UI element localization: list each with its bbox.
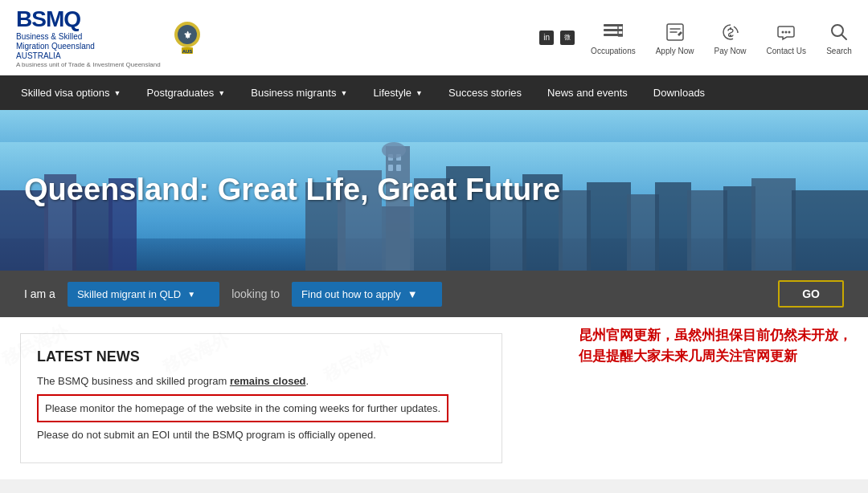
apply-now-icon	[662, 19, 688, 45]
hero-title: Queensland: Great Life, Great Future	[0, 156, 584, 225]
news-line-3: Please do not submit an EOI until the BS…	[37, 427, 485, 443]
unit-text: A business unit of Trade & Investment Qu…	[16, 61, 161, 68]
migrant-type-select[interactable]: Skilled migrant in QLD ▼	[68, 282, 219, 307]
nav-skilled-visa[interactable]: Skilled visa options ▼	[8, 75, 133, 110]
content-area: 移民海外 移民海外 移民海外 LATEST NEWS The BSMQ busi…	[0, 317, 868, 479]
weibo-icon[interactable]: 微	[560, 31, 575, 45]
business-line1: Business & Skilled Migration Queensland …	[16, 32, 161, 61]
apply-now-label: Apply Now	[656, 47, 694, 55]
svg-rect-37	[687, 190, 727, 271]
pay-now-button[interactable]: Pay Now	[714, 19, 747, 55]
social-icons: in 微	[539, 31, 575, 45]
nav-lifestyle[interactable]: Lifestyle ▼	[360, 75, 436, 110]
nav-business-migrants[interactable]: Business migrants ▼	[238, 75, 360, 110]
apply-now-button[interactable]: Apply Now	[656, 19, 694, 55]
coat-of-arms-icon: ⚜ AUS	[170, 18, 204, 57]
search-button[interactable]: Search	[826, 19, 852, 55]
dropdown-caret-icon: ▼	[218, 89, 225, 97]
dropdown-caret-icon: ▼	[416, 89, 423, 97]
svg-point-10	[782, 31, 784, 34]
nav-news-events[interactable]: News and events	[534, 75, 641, 110]
select-caret-icon-2: ▼	[407, 288, 418, 300]
svg-rect-36	[655, 182, 691, 271]
latest-news-box: LATEST NEWS The BSMQ business and skille…	[20, 333, 502, 463]
annotation-line-2: 但是提醒大家未来几周关注官网更新	[579, 346, 852, 367]
occupations-label: Occupations	[591, 47, 636, 55]
hero-section: Queensland: Great Life, Great Future	[0, 110, 868, 271]
svg-point-11	[785, 31, 788, 34]
news-line-1: The BSMQ business and skilled program re…	[37, 373, 485, 389]
linkedin-icon[interactable]: in	[539, 31, 554, 45]
nav-success-stories[interactable]: Success stories	[436, 75, 534, 110]
nav-postgraduates[interactable]: Postgraduates ▼	[133, 75, 238, 110]
bsmq-logo-text: BSMQ	[16, 6, 161, 32]
looking-to-label: looking to	[231, 287, 280, 300]
logo-bsmq: BSMQ Business & Skilled Migration Queens…	[16, 6, 161, 68]
contact-us-icon	[773, 19, 799, 45]
news-highlight-box: Please monitor the homepage of the websi…	[37, 394, 448, 423]
contact-us-button[interactable]: Contact Us	[767, 19, 806, 55]
top-actions: in 微 Occupations Apply Now Pay Now	[539, 19, 852, 55]
svg-rect-6	[604, 29, 623, 31]
dropdown-caret-icon: ▼	[114, 89, 121, 97]
svg-text:⚜: ⚜	[182, 30, 191, 41]
search-bar: I am a Skilled migrant in QLD ▼ looking …	[0, 271, 868, 317]
pay-now-icon	[718, 19, 743, 45]
contact-us-label: Contact Us	[767, 47, 806, 55]
svg-text:AUS: AUS	[182, 49, 192, 54]
svg-rect-41	[386, 240, 410, 264]
svg-rect-34	[587, 182, 631, 271]
go-button[interactable]: GO	[778, 280, 844, 308]
svg-rect-40	[792, 190, 868, 271]
select-caret-icon: ▼	[187, 290, 195, 299]
logo-area: BSMQ Business & Skilled Migration Queens…	[16, 6, 204, 68]
search-icon	[826, 19, 852, 45]
nav-bar: Skilled visa options ▼ Postgraduates ▼ B…	[0, 75, 868, 110]
annotation-overlay: 昆州官网更新，虽然州担保目前仍然未开放， 但是提醒大家未来几周关注官网更新	[579, 325, 852, 366]
svg-point-12	[788, 31, 791, 34]
nav-downloads[interactable]: Downloads	[641, 75, 718, 110]
latest-news-title: LATEST NEWS	[37, 348, 485, 365]
top-bar: BSMQ Business & Skilled Migration Queens…	[0, 0, 868, 75]
annotation-line-1: 昆州官网更新，虽然州担保目前仍然未开放，	[579, 325, 852, 346]
i-am-a-label: I am a	[24, 287, 55, 300]
svg-rect-35	[627, 194, 659, 271]
occupations-icon	[600, 19, 626, 45]
occupations-button[interactable]: Occupations	[591, 19, 636, 55]
svg-rect-39	[751, 178, 796, 271]
svg-line-14	[841, 35, 846, 39]
pay-now-label: Pay Now	[714, 47, 747, 55]
find-option-select[interactable]: Find out how to apply ▼	[292, 282, 441, 307]
svg-rect-38	[723, 186, 755, 271]
search-label: Search	[826, 47, 852, 55]
action-icons: Occupations Apply Now Pay Now Contact Us	[591, 19, 852, 55]
dropdown-caret-icon: ▼	[340, 89, 347, 97]
